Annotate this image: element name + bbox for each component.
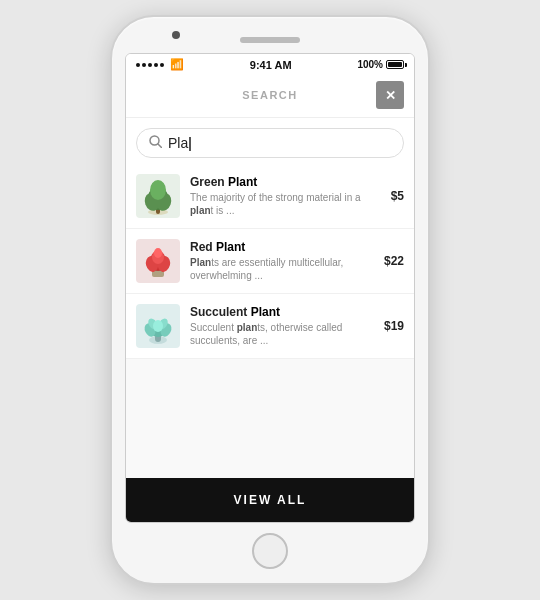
phone-top xyxy=(112,17,428,43)
camera xyxy=(172,31,180,39)
result-name-highlight: Plant xyxy=(228,175,257,189)
result-desc-green-plant: The majority of the strong material in a… xyxy=(190,191,381,217)
search-header: SEARCH ✕ xyxy=(126,73,414,118)
result-price-red-plant: $22 xyxy=(384,254,404,268)
result-text-succulent-plant: Succulent Plant Succulent plants, otherw… xyxy=(190,305,374,347)
result-price-succulent-plant: $19 xyxy=(384,319,404,333)
signal-dot-1 xyxy=(136,63,140,67)
result-item-green-plant[interactable]: Green Plant The majority of the strong m… xyxy=(126,164,414,229)
result-name-highlight-red: Plant xyxy=(216,240,245,254)
svg-point-22 xyxy=(153,320,163,332)
result-name-green-plant: Green Plant xyxy=(190,175,381,189)
desc-highlight-green: plan xyxy=(190,205,211,216)
close-button[interactable]: ✕ xyxy=(376,81,404,109)
view-all-label: VIEW ALL xyxy=(234,493,307,507)
status-time: 9:41 AM xyxy=(250,59,292,71)
results-list: Green Plant The majority of the strong m… xyxy=(126,164,414,478)
svg-point-14 xyxy=(154,248,162,258)
phone-frame: 📶 9:41 AM 100% SEARCH ✕ xyxy=(110,15,430,585)
result-name-highlight-succulent: Plant xyxy=(251,305,280,319)
cursor xyxy=(189,137,191,151)
result-desc-succulent-plant: Succulent plants, otherwise called succu… xyxy=(190,321,374,347)
result-name-succulent-plant: Succulent Plant xyxy=(190,305,374,319)
search-input-area: Pla xyxy=(126,118,414,164)
result-item-succulent-plant[interactable]: Succulent Plant Succulent plants, otherw… xyxy=(126,294,414,359)
status-left: 📶 xyxy=(136,58,184,71)
signal-dots xyxy=(136,63,164,67)
search-input[interactable]: Pla xyxy=(168,135,391,151)
signal-dot-5 xyxy=(160,63,164,67)
battery-fill xyxy=(388,62,402,67)
result-text-red-plant: Red Plant Plants are essentially multice… xyxy=(190,240,374,282)
search-header-title: SEARCH xyxy=(164,89,376,101)
result-price-green-plant: $5 xyxy=(391,189,404,203)
home-button[interactable] xyxy=(252,533,288,569)
result-item-red-plant[interactable]: Red Plant Plants are essentially multice… xyxy=(126,229,414,294)
battery-icon xyxy=(386,60,404,69)
result-name-red-plant: Red Plant xyxy=(190,240,374,254)
signal-dot-4 xyxy=(154,63,158,67)
search-input-inner[interactable]: Pla xyxy=(136,128,404,158)
signal-dot-3 xyxy=(148,63,152,67)
result-name-before-red: Red xyxy=(190,240,216,254)
desc-highlight-red: Plan xyxy=(190,257,211,268)
result-text-green-plant: Green Plant The majority of the strong m… xyxy=(190,175,381,217)
svg-line-1 xyxy=(158,144,162,148)
phone-bottom xyxy=(112,523,428,581)
plant-thumbnail-green xyxy=(136,174,180,218)
result-desc-red-plant: Plants are essentially multicellular, ov… xyxy=(190,256,374,282)
signal-dot-2 xyxy=(142,63,146,67)
plant-thumbnail-red xyxy=(136,239,180,283)
plant-thumbnail-succulent xyxy=(136,304,180,348)
result-name-before: Green xyxy=(190,175,228,189)
search-icon xyxy=(149,135,162,151)
svg-point-7 xyxy=(150,180,166,200)
result-name-before-succulent: Succulent xyxy=(190,305,251,319)
status-bar: 📶 9:41 AM 100% xyxy=(126,54,414,73)
battery-percent: 100% xyxy=(357,59,383,70)
screen: 📶 9:41 AM 100% SEARCH ✕ xyxy=(125,53,415,523)
status-right: 100% xyxy=(357,59,404,70)
speaker xyxy=(240,37,300,43)
wifi-icon: 📶 xyxy=(170,58,184,71)
view-all-button[interactable]: VIEW ALL xyxy=(126,478,414,522)
desc-highlight-succulent: plan xyxy=(237,322,258,333)
